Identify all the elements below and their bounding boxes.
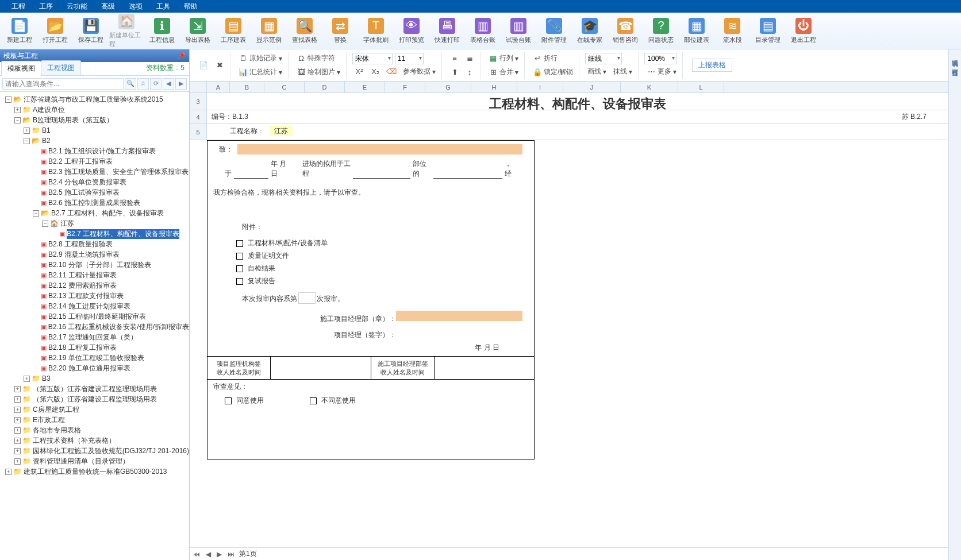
toolbar-替换[interactable]: ⇄替换 bbox=[323, 14, 358, 48]
tree-node[interactable]: ▣B2.17 监理通知回复单（类） bbox=[0, 332, 189, 342]
spreadsheet-grid[interactable]: ABCDEFGHIJKL 3工程材料、构配件、设备报审表4编号：B.1.3苏 B… bbox=[190, 82, 948, 547]
toolbar-打印预览[interactable]: 👁打印预览 bbox=[394, 14, 429, 48]
col-header[interactable]: H bbox=[471, 82, 517, 92]
checkbox[interactable] bbox=[236, 240, 243, 247]
tree-node[interactable]: ▣B2.19 单位工程竣工验收报验表 bbox=[0, 353, 189, 363]
size-select[interactable]: 11 bbox=[395, 53, 424, 64]
toolbar-流水段[interactable]: ≋流水段 bbox=[715, 14, 749, 48]
rb-sum-line[interactable]: 📊汇总统计 ▾ bbox=[236, 66, 285, 79]
row-header[interactable]: 3 bbox=[190, 93, 207, 110]
rb-new-icon[interactable]: 📄 bbox=[197, 59, 210, 72]
tree-node[interactable]: +📁E市政工程 bbox=[0, 415, 189, 425]
tree-node[interactable]: ▣B2.1 施工组织设计/施工方案报审表 bbox=[0, 146, 189, 156]
search-input[interactable] bbox=[2, 78, 124, 90]
tree-node[interactable]: ▣B2.18 工程复工报审表 bbox=[0, 342, 189, 353]
date-field[interactable] bbox=[234, 168, 268, 179]
col-header[interactable]: L bbox=[678, 82, 724, 92]
rb-more[interactable]: ⋯更多 ▾ bbox=[644, 65, 679, 78]
col-header[interactable]: J bbox=[563, 82, 621, 92]
toolbar-部位建表[interactable]: ▦部位建表 bbox=[679, 14, 714, 48]
tree-node[interactable]: ▣B2.13 工程款支付报审表 bbox=[0, 291, 189, 301]
checkbox-disagree[interactable] bbox=[310, 397, 317, 404]
col-header[interactable]: E bbox=[345, 82, 385, 92]
toolbar-附件管理[interactable]: 📎附件管理 bbox=[537, 14, 571, 48]
tree-node[interactable]: +📁（第五版）江苏省建设工程监理现场用表 bbox=[0, 384, 189, 394]
search-go-icon[interactable]: 🔍 bbox=[125, 78, 136, 90]
rb-sub-icon[interactable]: X₂ bbox=[368, 65, 382, 78]
tree-node[interactable]: +📁资料管理通用清单（目录管理） bbox=[0, 456, 189, 466]
toolbar-显示范例[interactable]: ▦显示范例 bbox=[252, 14, 286, 48]
tree-toggle-icon[interactable]: − bbox=[42, 221, 48, 227]
toolbar-打开工程[interactable]: 📂打开工程 bbox=[38, 14, 72, 48]
menu-item[interactable]: 云功能 bbox=[60, 2, 94, 11]
checkbox[interactable] bbox=[236, 253, 243, 260]
tree-toggle-icon[interactable]: + bbox=[24, 376, 30, 382]
vtab-process[interactable]: 过程资料 bbox=[951, 62, 959, 67]
tree-node[interactable]: ▣B2.15 工程临时/最终延期报审表 bbox=[0, 311, 189, 322]
toolbar-试验台账[interactable]: ▥试验台账 bbox=[501, 14, 536, 48]
tab-project[interactable]: 工程视图 bbox=[41, 60, 81, 75]
pager-first-icon[interactable]: ⏮ bbox=[192, 550, 201, 558]
tree-node[interactable]: +📁B3 bbox=[0, 373, 189, 384]
tree-node[interactable]: ▣B2.4 分包单位资质报审表 bbox=[0, 177, 189, 187]
col-header[interactable]: F bbox=[385, 82, 425, 92]
tree-node[interactable]: ▣B2.7 工程材料、构配件、设备报审表 bbox=[0, 229, 189, 239]
toolbar-在线专家[interactable]: 🎓在线专家 bbox=[572, 14, 607, 48]
rb-orig-record[interactable]: 🗒原始记录 ▾ bbox=[236, 52, 285, 65]
tree-toggle-icon[interactable]: + bbox=[14, 438, 21, 444]
rb-special-char[interactable]: Ω特殊字符 bbox=[294, 52, 343, 65]
tree-toggle-icon[interactable]: + bbox=[14, 407, 21, 413]
tree-node[interactable]: +📁建筑工程施工质量验收统一标准GB50300-2013 bbox=[0, 466, 189, 477]
search-next-icon[interactable]: ▶ bbox=[175, 78, 187, 90]
tree-node[interactable]: −📂B2 bbox=[0, 136, 189, 146]
toolbar-保存工程[interactable]: 💾保存工程 bbox=[74, 14, 108, 48]
tree[interactable]: −📂江苏省建筑与市政工程施工质量验收系统2015+📁A建设单位−📂B监理现场用表… bbox=[0, 92, 189, 560]
rb-align-l-icon[interactable]: ≡ bbox=[448, 52, 462, 65]
toolbar-快速打印[interactable]: 🖶快速打印 bbox=[430, 14, 464, 48]
tree-node[interactable]: ▣B2.9 混凝土浇筑报审表 bbox=[0, 249, 189, 260]
toolbar-问题状态[interactable]: ?问题状态 bbox=[644, 14, 678, 48]
sig1-field[interactable] bbox=[271, 357, 371, 379]
tree-node[interactable]: −📂B监理现场用表（第五版） bbox=[0, 115, 189, 125]
checkbox-agree[interactable] bbox=[225, 397, 232, 404]
upload-button[interactable]: 上报表格 bbox=[692, 59, 732, 72]
mgr1-field[interactable] bbox=[396, 311, 522, 321]
tree-node[interactable]: +📁C房屋建筑工程 bbox=[0, 404, 189, 415]
tree-node[interactable]: +📁园林绿化工程施工及验收规范(DGJ32/TJ 201-2016) bbox=[0, 446, 189, 456]
tree-node[interactable]: ▣B2.12 费用索赔报审表 bbox=[0, 280, 189, 291]
tree-toggle-icon[interactable]: + bbox=[14, 107, 21, 113]
rb-sup-icon[interactable]: X² bbox=[352, 65, 366, 78]
tree-toggle-icon[interactable]: + bbox=[14, 427, 21, 434]
col-header[interactable]: G bbox=[425, 82, 471, 92]
tree-node[interactable]: +📁（第六版）江苏省建设工程监理现场用表 bbox=[0, 394, 189, 404]
tree-node[interactable]: ▣B2.6 施工控制测量成果报验表 bbox=[0, 198, 189, 208]
toolbar-新建单位工程[interactable]: 🏠新建单位工程 bbox=[109, 14, 144, 48]
col-header[interactable]: K bbox=[621, 82, 678, 92]
search-opt2-icon[interactable]: ⟳ bbox=[150, 78, 162, 90]
pin-icon[interactable]: 📌 bbox=[177, 52, 186, 60]
col-header[interactable]: I bbox=[517, 82, 563, 92]
tree-node[interactable]: −🏠江苏 bbox=[0, 218, 189, 229]
part-field[interactable] bbox=[433, 168, 502, 179]
col-header[interactable]: B bbox=[230, 82, 264, 92]
col-header[interactable]: A bbox=[207, 82, 230, 92]
tree-node[interactable]: ▣B2.14 施工进度计划报审表 bbox=[0, 301, 189, 311]
tree-toggle-icon[interactable]: + bbox=[14, 417, 21, 423]
toolbar-工序建表[interactable]: ▤工序建表 bbox=[216, 14, 251, 48]
rb-clear-icon[interactable]: ⌫ bbox=[385, 65, 398, 78]
tree-node[interactable]: ▣B2.2 工程开工报审表 bbox=[0, 156, 189, 167]
toolbar-销售咨询[interactable]: ☎销售咨询 bbox=[608, 14, 643, 48]
rb-ref-data[interactable]: 参考数据 ▾ bbox=[401, 65, 438, 78]
tree-toggle-icon[interactable]: + bbox=[14, 396, 21, 403]
rb-row-col[interactable]: ▦行列 ▾ bbox=[486, 52, 521, 65]
tree-toggle-icon[interactable]: − bbox=[5, 96, 11, 103]
rb-valign-m-icon[interactable]: ↕ bbox=[463, 66, 476, 79]
tree-toggle-icon[interactable]: + bbox=[14, 386, 21, 392]
tree-toggle-icon[interactable]: − bbox=[24, 138, 30, 144]
rb-align-c-icon[interactable]: ≣ bbox=[463, 52, 476, 65]
menu-item[interactable]: 高级 bbox=[94, 2, 122, 11]
tree-toggle-icon[interactable]: + bbox=[5, 469, 11, 475]
checkbox[interactable] bbox=[236, 278, 243, 285]
tree-toggle-icon[interactable]: + bbox=[24, 128, 30, 134]
menu-item[interactable]: 选项 bbox=[122, 2, 149, 11]
